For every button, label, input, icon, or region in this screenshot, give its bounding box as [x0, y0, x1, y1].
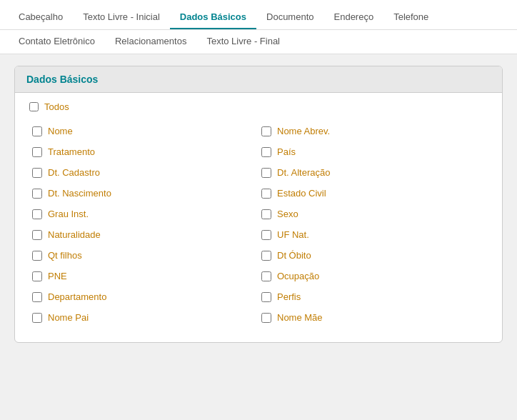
label-dt-obito[interactable]: Dt Óbito: [277, 250, 311, 261]
tab-contato-eletronico[interactable]: Contato Eletrônico: [9, 30, 105, 54]
label-sexo[interactable]: Sexo: [277, 209, 298, 219]
label-perfis[interactable]: Perfis: [277, 291, 301, 302]
checkbox-item-ocupacao: Ocupação: [258, 266, 488, 286]
checkbox-item-dt-nascimento: Dt. Nascimento: [29, 183, 258, 204]
label-grau-inst[interactable]: Grau Inst.: [48, 209, 89, 219]
checkbox-item-estado-civil: Estado Civil: [258, 183, 488, 204]
checkbox-item-pais: País: [258, 141, 488, 162]
checkbox-item-nome-mae: Nome Mãe: [258, 307, 488, 328]
checkbox-item-nome-pai: Nome Pai: [29, 307, 258, 328]
checkbox-estado-civil[interactable]: [261, 189, 271, 199]
label-pne[interactable]: PNE: [48, 271, 67, 281]
checkbox-tratamento[interactable]: [32, 147, 42, 157]
checkbox-nome[interactable]: [32, 126, 42, 136]
tab-telefone[interactable]: Telefone: [383, 6, 438, 29]
tab-relacionamentos[interactable]: Relacionamentos: [105, 30, 196, 54]
label-estado-civil[interactable]: Estado Civil: [277, 188, 326, 199]
label-dt-alteracao[interactable]: Dt. Alteração: [277, 167, 330, 178]
label-nome-pai[interactable]: Nome Pai: [48, 312, 89, 323]
checkbox-item-departamento: Departamento: [29, 286, 258, 307]
tabs-row2: Contato EletrônicoRelacionamentosTexto L…: [0, 30, 517, 54]
checkbox-item-sexo: Sexo: [258, 204, 488, 224]
dados-basicos-card: Dados Básicos Todos NomeNome Abrev.Trata…: [14, 66, 503, 343]
label-pais[interactable]: País: [277, 146, 296, 157]
label-departamento[interactable]: Departamento: [48, 291, 106, 302]
card-title-text: Dados Básicos: [26, 74, 98, 85]
checkbox-item-qt-filhos: Qt filhos: [29, 245, 258, 266]
label-dt-nascimento[interactable]: Dt. Nascimento: [48, 188, 111, 199]
todos-label[interactable]: Todos: [44, 101, 69, 112]
label-ocupacao[interactable]: Ocupação: [277, 271, 319, 281]
checkbox-item-naturalidade: Naturalidade: [29, 224, 258, 245]
tab-endereco[interactable]: Endereço: [324, 6, 384, 29]
checkbox-ocupacao[interactable]: [261, 271, 271, 281]
checkbox-item-dt-cadastro: Dt. Cadastro: [29, 162, 258, 183]
checkbox-item-dt-alteracao: Dt. Alteração: [258, 162, 488, 183]
tabs-row1: CabeçalhoTexto Livre - InicialDados Bási…: [0, 0, 517, 30]
card-title: Dados Básicos: [15, 66, 502, 93]
checkbox-departamento[interactable]: [32, 292, 42, 302]
checkbox-item-dt-obito: Dt Óbito: [258, 245, 488, 266]
tab-documento[interactable]: Documento: [256, 6, 323, 29]
checkbox-nome-mae[interactable]: [261, 313, 271, 323]
label-nome-mae[interactable]: Nome Mãe: [277, 312, 323, 323]
checkbox-perfis[interactable]: [261, 292, 271, 302]
checkboxes-grid: NomeNome Abrev.TratamentoPaísDt. Cadastr…: [29, 121, 488, 328]
checkbox-dt-alteracao[interactable]: [261, 168, 271, 178]
tab-dados-basicos[interactable]: Dados Básicos: [170, 6, 256, 29]
checkbox-qt-filhos[interactable]: [32, 251, 42, 261]
checkbox-item-pne: PNE: [29, 266, 258, 286]
checkbox-dt-nascimento[interactable]: [32, 189, 42, 199]
label-nome[interactable]: Nome: [48, 126, 73, 136]
checkbox-item-uf-nat: UF Nat.: [258, 224, 488, 245]
checkbox-item-perfis: Perfis: [258, 286, 488, 307]
checkbox-grau-inst[interactable]: [32, 209, 42, 219]
main-content: Dados Básicos Todos NomeNome Abrev.Trata…: [0, 54, 517, 354]
card-body: Todos NomeNome Abrev.TratamentoPaísDt. C…: [15, 93, 502, 342]
checkbox-dt-cadastro[interactable]: [32, 168, 42, 178]
checkbox-nome-abrev[interactable]: [261, 126, 271, 136]
checkbox-naturalidade[interactable]: [32, 230, 42, 240]
checkbox-item-grau-inst: Grau Inst.: [29, 204, 258, 224]
checkbox-item-nome: Nome: [29, 121, 258, 141]
checkbox-pais[interactable]: [261, 147, 271, 157]
label-tratamento[interactable]: Tratamento: [48, 146, 95, 157]
tab-cabecalho[interactable]: Cabeçalho: [9, 6, 73, 29]
checkbox-dt-obito[interactable]: [261, 251, 271, 261]
label-qt-filhos[interactable]: Qt filhos: [48, 250, 82, 261]
checkbox-item-nome-abrev: Nome Abrev.: [258, 121, 488, 141]
checkbox-sexo[interactable]: [261, 209, 271, 219]
checkbox-nome-pai[interactable]: [32, 313, 42, 323]
tab-texto-livre-final[interactable]: Texto Livre - Final: [196, 30, 290, 54]
checkbox-uf-nat[interactable]: [261, 230, 271, 240]
todos-row: Todos: [29, 101, 488, 112]
label-naturalidade[interactable]: Naturalidade: [48, 229, 101, 240]
label-dt-cadastro[interactable]: Dt. Cadastro: [48, 167, 100, 178]
todos-checkbox[interactable]: [29, 102, 39, 111]
label-nome-abrev[interactable]: Nome Abrev.: [277, 126, 330, 136]
label-uf-nat[interactable]: UF Nat.: [277, 229, 309, 240]
checkbox-pne[interactable]: [32, 271, 42, 281]
tab-texto-livre-inicial[interactable]: Texto Livre - Inicial: [73, 6, 170, 29]
checkbox-item-tratamento: Tratamento: [29, 141, 258, 162]
